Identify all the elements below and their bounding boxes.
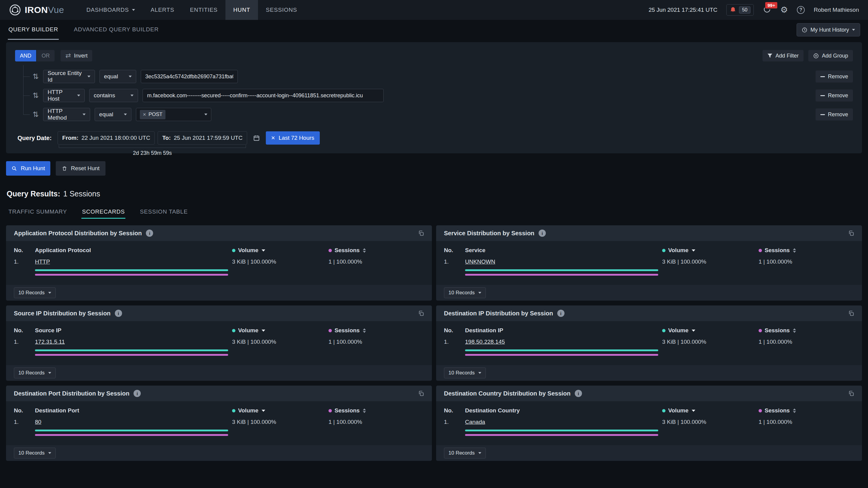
query-date-label: Query Date: xyxy=(18,131,52,144)
filter-value-input[interactable] xyxy=(141,70,238,83)
help-icon[interactable]: ? xyxy=(797,6,805,14)
tab-query-builder[interactable]: QUERY BUILDER xyxy=(8,20,59,40)
records-per-page-dropdown[interactable]: 10 Records xyxy=(444,367,486,378)
nav-dashboards[interactable]: DASHBOARDS xyxy=(79,0,143,20)
col-sessions-sort[interactable]: Sessions xyxy=(329,247,424,254)
records-per-page-dropdown[interactable]: 10 Records xyxy=(14,367,56,378)
records-per-page-dropdown[interactable]: 10 Records xyxy=(14,448,56,458)
ironvue-logo[interactable]: IRONVue xyxy=(9,4,64,16)
tab-session-table[interactable]: SESSION TABLE xyxy=(139,205,188,219)
col-volume-sort[interactable]: Volume xyxy=(662,247,758,254)
value-link[interactable]: UNKNOWN xyxy=(465,258,495,265)
sessions-bar xyxy=(465,274,658,275)
query-results-count: 1 Sessions xyxy=(63,190,100,198)
drag-handle-icon[interactable]: ⇅ xyxy=(33,72,38,81)
copy-icon[interactable] xyxy=(418,390,424,396)
my-hunt-history-button[interactable]: My Hunt History xyxy=(797,23,860,36)
operator-select[interactable]: contains xyxy=(89,89,138,102)
info-icon[interactable]: i xyxy=(575,390,582,397)
col-volume-sort[interactable]: Volume xyxy=(662,407,758,414)
sessions-value: 1 | 100.000% xyxy=(329,338,424,345)
col-volume-sort[interactable]: Volume xyxy=(232,327,329,334)
to-date-input[interactable]: To: 25 Jun 2021 17:59:59 UTC xyxy=(158,131,247,144)
sort-desc-icon xyxy=(692,330,695,332)
close-icon: × xyxy=(271,135,275,141)
run-hunt-button[interactable]: Run Hunt xyxy=(6,161,50,175)
user-menu[interactable]: Robert Mathieson xyxy=(814,7,859,13)
col-volume-sort[interactable]: Volume xyxy=(232,407,329,414)
info-icon[interactable]: i xyxy=(557,310,564,317)
nav-hunt[interactable]: HUNT xyxy=(225,0,258,20)
remove-filter-button[interactable]: Remove xyxy=(815,108,853,121)
info-icon[interactable]: i xyxy=(146,230,153,237)
info-icon[interactable]: i xyxy=(133,390,141,397)
tab-advanced-query-builder[interactable]: ADVANCED QUERY BUILDER xyxy=(73,20,159,40)
value-link[interactable]: 80 xyxy=(35,419,41,425)
col-volume-sort[interactable]: Volume xyxy=(232,247,329,254)
drag-handle-icon[interactable]: ⇅ xyxy=(33,91,38,100)
copy-icon[interactable] xyxy=(848,310,854,316)
value-link[interactable]: 172.31.5.11 xyxy=(35,338,65,345)
sessions-dot-icon xyxy=(329,409,332,412)
or-button[interactable]: OR xyxy=(37,50,55,61)
from-date-input[interactable]: From: 22 Jun 2021 18:00:00 UTC xyxy=(58,131,155,144)
copy-icon[interactable] xyxy=(848,390,854,396)
alerts-bell-button[interactable]: 50 xyxy=(726,4,754,16)
filter-value-multiselect[interactable]: ×POST xyxy=(136,108,211,121)
col-volume-sort[interactable]: Volume xyxy=(662,327,758,334)
utc-timestamp: 25 Jun 2021 17:25:41 UTC xyxy=(649,7,717,13)
value-link[interactable]: 198.50.228.145 xyxy=(465,338,505,345)
settings-gear-icon[interactable]: ⚙ xyxy=(780,6,788,14)
filter-value-input[interactable] xyxy=(143,89,384,102)
reset-hunt-button[interactable]: Reset Hunt xyxy=(56,161,105,175)
field-select[interactable]: HTTP Host xyxy=(43,89,85,102)
minus-icon xyxy=(820,76,825,77)
remove-chip-icon[interactable]: × xyxy=(143,111,146,118)
nav-alerts[interactable]: ALERTS xyxy=(143,0,182,20)
remove-filter-button[interactable]: Remove xyxy=(815,90,853,101)
col-no: No. xyxy=(444,327,465,334)
remove-filter-button[interactable]: Remove xyxy=(815,70,853,83)
volume-bar xyxy=(35,350,228,351)
filter-row-http-method: ⇅ HTTP Method equal ×POST Remove xyxy=(15,107,853,122)
add-filter-button[interactable]: Add Filter xyxy=(763,50,804,61)
drag-handle-icon[interactable]: ⇅ xyxy=(33,110,38,119)
filter-rows: ⇅ Source Entity Id equal Remove ⇅ HTTP H… xyxy=(15,69,853,122)
sessions-dot-icon xyxy=(329,249,332,252)
add-group-button[interactable]: Add Group xyxy=(808,50,853,61)
copy-icon[interactable] xyxy=(848,230,854,236)
value-link[interactable]: HTTP xyxy=(35,258,50,265)
info-icon[interactable]: i xyxy=(538,230,546,237)
field-select[interactable]: Source Entity Id xyxy=(43,70,95,83)
and-button[interactable]: AND xyxy=(15,50,36,61)
records-per-page-dropdown[interactable]: 10 Records xyxy=(444,287,486,298)
info-icon[interactable]: i xyxy=(115,310,122,317)
tab-traffic-summary[interactable]: TRAFFIC SUMMARY xyxy=(8,205,67,219)
invert-button[interactable]: ⇄ Invert xyxy=(61,50,92,61)
nav-entities[interactable]: ENTITIES xyxy=(182,0,225,20)
last-72-hours-button[interactable]: × Last 72 Hours xyxy=(266,131,320,144)
records-per-page-dropdown[interactable]: 10 Records xyxy=(14,287,56,298)
scorecard-destination-country: Destination Country Distribution by Sess… xyxy=(436,386,862,461)
col-sessions-sort[interactable]: Sessions xyxy=(758,327,854,334)
nav-sessions[interactable]: SESSIONS xyxy=(258,0,305,20)
calendar-button[interactable] xyxy=(253,131,260,144)
copy-icon[interactable] xyxy=(418,310,424,316)
operator-select[interactable]: equal xyxy=(99,70,136,83)
value-link[interactable]: Canada xyxy=(465,419,485,425)
scorecard-title: Destination Country Distribution by Sess… xyxy=(444,390,570,397)
col-sessions-sort[interactable]: Sessions xyxy=(329,407,424,414)
operator-select[interactable]: equal xyxy=(95,108,131,121)
and-or-toggle: AND OR xyxy=(15,50,55,61)
refresh-button[interactable]: 99+ xyxy=(763,5,771,15)
field-select[interactable]: HTTP Method xyxy=(43,108,90,121)
col-sessions-sort[interactable]: Sessions xyxy=(758,407,854,414)
records-per-page-dropdown[interactable]: 10 Records xyxy=(444,448,486,458)
history-clock-icon xyxy=(802,27,807,33)
copy-icon[interactable] xyxy=(418,230,424,236)
col-sessions-sort[interactable]: Sessions xyxy=(758,247,854,254)
volume-dot-icon xyxy=(232,329,236,332)
col-sessions-sort[interactable]: Sessions xyxy=(329,327,424,334)
table-row: 1. Canada 3 KiB | 100.000% 1 | 100.000% xyxy=(444,419,854,425)
tab-scorecards[interactable]: SCORECARDS xyxy=(82,205,125,219)
